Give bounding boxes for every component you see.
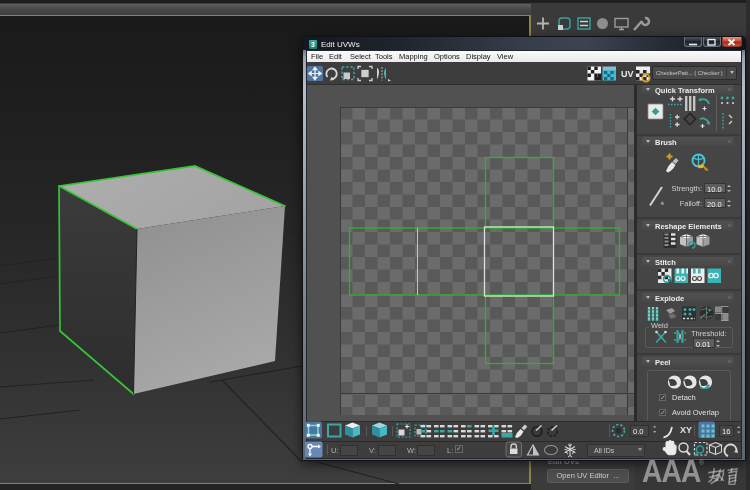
svg-text:UV: UV <box>621 69 634 79</box>
